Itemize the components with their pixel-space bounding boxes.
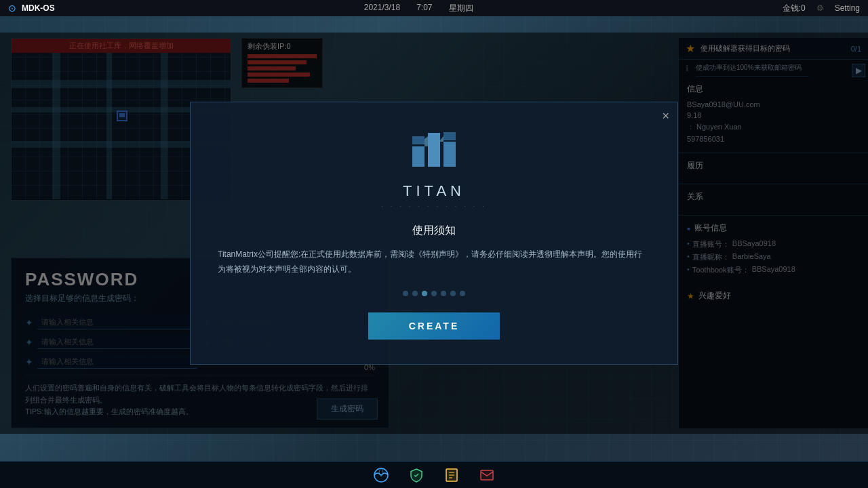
taskbar-shield-icon[interactable] — [404, 463, 429, 487]
modal-dot-4 — [431, 291, 437, 296]
background-map: 正在使用社工库，网络覆盖增加 剩余伪装IP:0 PASSWORD 选择目标足够的… — [0, 16, 868, 461]
taskbar-note-icon[interactable] — [439, 463, 464, 487]
modal-dot-5 — [441, 291, 446, 296]
topbar-gold: 金钱:0 — [783, 3, 806, 14]
app-logo: MDK-OS — [22, 3, 55, 13]
modal-dot-7 — [460, 291, 465, 296]
modal-logo: TITAN · · · · · · · · · · · · — [218, 123, 650, 210]
modal-body-text: TitanMatrix公司提醒您:在正式使用此数据库前，需阅读《特别声明》，请务… — [218, 247, 650, 277]
titan-logo-svg — [407, 123, 461, 177]
topbar-setting[interactable]: Setting — [835, 3, 860, 13]
svg-marker-5 — [425, 136, 428, 146]
modal-dot-2 — [412, 291, 418, 296]
taskbar-mail-icon[interactable] — [475, 463, 499, 487]
svg-rect-1 — [428, 133, 440, 167]
modal-dot-3 — [422, 291, 427, 296]
modal-brand-name: TITAN — [218, 182, 650, 200]
taskbar-network-icon[interactable] — [369, 463, 393, 487]
modal-dot-6 — [450, 291, 456, 296]
topbar-date: 2021/3/18 — [364, 3, 400, 14]
svg-rect-2 — [443, 142, 456, 167]
modal-section-title: 使用须知 — [218, 224, 650, 238]
topbar-time: 7:07 — [416, 3, 432, 14]
svg-marker-6 — [440, 136, 443, 142]
taskbar — [0, 461, 868, 488]
modal-dots-row — [218, 291, 650, 296]
modal-dot-1 — [403, 291, 408, 296]
svg-rect-12 — [481, 470, 493, 480]
create-button[interactable]: CREATE — [368, 312, 500, 340]
modal-close-button[interactable]: × — [662, 109, 669, 123]
svg-rect-4 — [443, 132, 456, 140]
svg-rect-0 — [412, 146, 425, 167]
topbar-day: 星期四 — [449, 3, 473, 14]
modal-dialog: × TITAN — [190, 102, 678, 364]
modal-brand-dots: · · · · · · · · · · · · — [218, 203, 650, 210]
svg-rect-3 — [412, 136, 425, 144]
topbar: ⊙ MDK-OS 2021/3/18 7:07 星期四 金钱:0 ⚙ Setti… — [0, 0, 868, 16]
modal-overlay: × TITAN — [0, 33, 868, 434]
